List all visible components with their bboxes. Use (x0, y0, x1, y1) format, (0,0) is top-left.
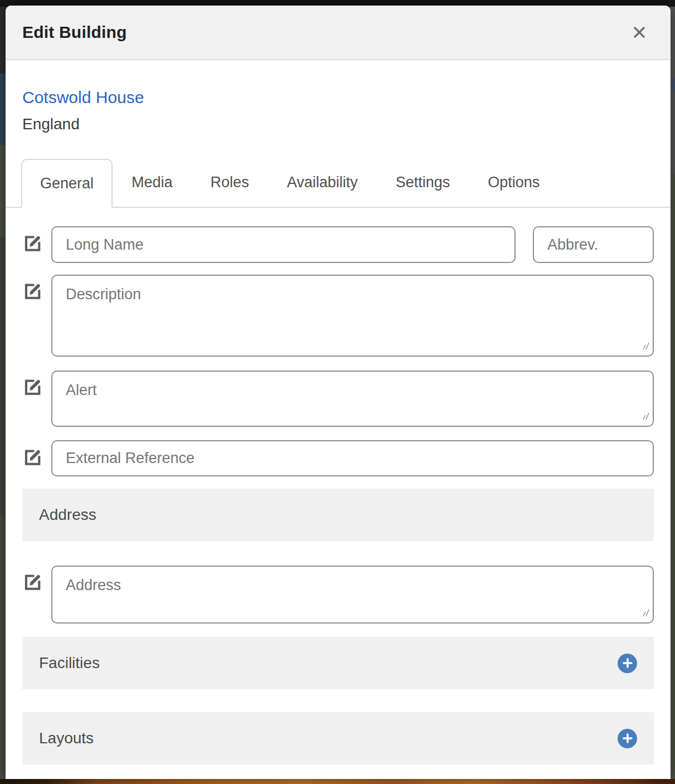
background-page-bottom (0, 779, 675, 784)
address-section-title: Address (39, 506, 96, 524)
edit-icon (22, 371, 51, 427)
dialog-header: Edit Building (6, 6, 671, 60)
edit-building-dialog: Edit Building Cotswold House England Gen… (6, 6, 671, 779)
plus-icon (622, 733, 633, 744)
external-reference-input[interactable] (51, 440, 654, 476)
tab-media[interactable]: Media (113, 158, 192, 207)
description-textarea[interactable] (51, 275, 654, 357)
facilities-section-header: Facilities (22, 637, 654, 689)
general-tab-panel: Address Facilities (6, 208, 671, 764)
tab-bar: General Media Roles Availability Setting… (6, 158, 671, 208)
close-icon (630, 35, 648, 43)
dialog-title: Edit Building (22, 23, 127, 42)
close-button[interactable] (628, 21, 650, 43)
address-textarea[interactable] (51, 566, 654, 624)
tab-roles[interactable]: Roles (192, 158, 268, 207)
add-layout-button[interactable] (618, 729, 637, 748)
abbrev-input[interactable] (533, 226, 654, 263)
edit-icon (22, 566, 51, 624)
building-country-label: England (22, 115, 654, 133)
edit-icon (22, 233, 51, 256)
long-name-input[interactable] (51, 226, 516, 263)
layouts-section-header: Layouts (22, 712, 654, 764)
edit-icon (22, 275, 51, 357)
long-name-row (22, 226, 654, 263)
add-facility-button[interactable] (618, 654, 637, 673)
external-reference-row (22, 440, 654, 476)
tab-availability[interactable]: Availability (268, 158, 377, 207)
tab-options[interactable]: Options (469, 158, 559, 207)
edit-icon (22, 447, 51, 470)
tab-general[interactable]: General (21, 159, 113, 208)
address-section-header: Address (22, 489, 654, 541)
facilities-section-title: Facilities (39, 654, 100, 672)
alert-textarea[interactable] (51, 371, 654, 427)
building-name-link[interactable]: Cotswold House (22, 88, 654, 107)
alert-row (22, 371, 654, 427)
layouts-section-title: Layouts (39, 729, 94, 747)
tab-settings[interactable]: Settings (377, 158, 469, 207)
address-row (22, 566, 654, 624)
description-row (22, 275, 654, 357)
plus-icon (622, 658, 633, 669)
